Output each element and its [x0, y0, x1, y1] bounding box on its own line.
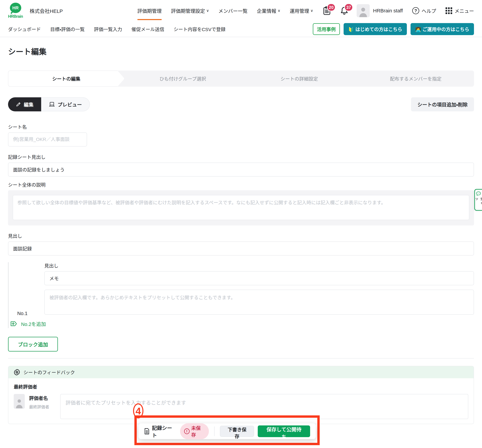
global-header: HR HRBrain 株式会社HELP 評価期管理 評価期管理設定 ∨ メンバー… [0, 0, 482, 21]
block-body-textarea[interactable] [44, 290, 474, 315]
add-no2-label: No.2を追加 [21, 320, 46, 327]
add-tag-icon [10, 320, 17, 327]
chat-tab-label: チャッ [473, 197, 482, 210]
toolbar-row: 編集 プレビュー シートの項目追加・削除 [8, 97, 474, 111]
sheet-feedback-header: シートのフィードバック [8, 366, 474, 378]
chevron-down-icon: ∨ [310, 8, 313, 13]
subnav-evaluation-list-input[interactable]: 評価一覧入力 [94, 26, 122, 32]
evaluator-avatar [14, 394, 25, 409]
description-textarea[interactable] [13, 195, 469, 220]
nav-item-evaluation-period-settings[interactable]: 評価期管理設定 ∨ [171, 0, 209, 21]
evaluator-name: 評価者名 [29, 395, 56, 401]
tasks-button[interactable]: 20 [322, 6, 331, 15]
step-wizard: シートの編集 ひも付けグループ選択 シートの詳細設定 配布するメンバーを指定 [8, 71, 474, 87]
user-name: HRBrain staff [373, 8, 403, 14]
hrbrain-logo-icon: HR [10, 3, 21, 13]
nav-item-operation-management[interactable]: 運用管理 ∨ [290, 0, 313, 21]
preview-tab-label: プレビュー [57, 101, 82, 108]
nav-item-member-list[interactable]: メンバー一覧 [218, 0, 248, 21]
pencil-icon [16, 102, 21, 107]
unsaved-status-badge: ! 未保存 [180, 423, 209, 439]
nav-label: 評価期管理設定 [171, 7, 205, 14]
nav-label: メンバー一覧 [218, 7, 248, 14]
subnav-goals-evaluations[interactable]: 目標・評価の一覧 [50, 26, 85, 32]
bottom-action-bar: 記録シート ! 未保存 下書き保存 保存して公開待ち [138, 424, 316, 439]
sub-nav: ダッシュボード 目標・評価の一覧 評価一覧入力 催促メール送信 シート内容をCS… [0, 21, 482, 37]
grid-menu-icon [446, 7, 452, 14]
step-group-select[interactable]: ひも付けグループ選択 [125, 71, 241, 87]
logo-bubble-text: HR [12, 5, 19, 10]
hrbrain-logo[interactable]: HR HRBrain [8, 3, 23, 19]
chevron-down-icon: ∨ [278, 8, 280, 13]
document-icon [144, 428, 150, 435]
nav-item-company-info[interactable]: 企業情報 ∨ [257, 0, 280, 21]
block-heading-label: 見出し [44, 262, 474, 269]
person-icon [15, 397, 24, 409]
record-heading-input[interactable] [8, 163, 474, 177]
add-no2-link[interactable]: No.2を追加 [10, 320, 46, 327]
notifications-button[interactable]: 37 [340, 6, 349, 15]
description-label: シート全体の説明 [8, 181, 474, 188]
laptop-icon [49, 102, 55, 107]
user-avatar[interactable] [357, 4, 370, 17]
question-block: No.1 見出し No.2を追加 [8, 262, 474, 327]
use-cases-button[interactable]: 活用事例 [313, 23, 340, 35]
section-divider [8, 358, 474, 359]
annotation-circle-4: 4 [133, 403, 144, 418]
final-evaluator-label: 最終評価者 [14, 383, 468, 390]
alert-icon: ! [184, 428, 190, 434]
operating-guide-button[interactable]: 👩‍💻 ご運用中の方はこちら [410, 23, 474, 35]
nav-label: 評価期管理 [137, 7, 162, 14]
heading-input[interactable] [8, 242, 474, 256]
step-detail-settings[interactable]: シートの詳細設定 [241, 71, 357, 87]
subnav-reminder-mail[interactable]: 催促メール送信 [132, 26, 164, 32]
block-heading-input[interactable] [44, 271, 474, 285]
record-heading-group: 記録シート見出し [8, 154, 474, 177]
pill-divider [214, 426, 215, 436]
chat-tab[interactable]: チャッ [474, 189, 482, 211]
company-name: 株式会社HELP [30, 7, 63, 14]
sheet-name-group: シート名 [8, 123, 474, 147]
menu-button[interactable]: メニュー [446, 7, 474, 14]
menu-label: メニュー [455, 7, 474, 14]
help-button[interactable]: ? ヘルプ [412, 7, 436, 14]
main-nav: 評価期管理 評価期管理設定 ∨ メンバー一覧 企業情報 ∨ 運用管理 ∨ [137, 0, 313, 21]
heading-group: 見出し [8, 232, 474, 256]
nav-label: 企業情報 [257, 7, 276, 14]
evaluator-meta: 評価者名 最終評価者 [29, 394, 56, 409]
save-draft-button[interactable]: 下書き保存 [220, 426, 254, 437]
step-assign-members[interactable]: 配布するメンバーを指定 [357, 71, 474, 87]
block-number: No.1 [17, 311, 27, 316]
edit-preview-toggle: 編集 プレビュー [8, 97, 90, 111]
sheet-name-label: シート名 [8, 123, 474, 130]
description-panel [8, 190, 474, 225]
preview-tab[interactable]: プレビュー [41, 97, 90, 111]
unsaved-label: 未保存 [191, 424, 205, 438]
evaluator-role: 最終評価者 [29, 404, 56, 409]
heading-label: 見出し [8, 232, 474, 239]
sheet-items-add-remove-button[interactable]: シートの項目追加・削除 [411, 97, 474, 111]
help-icon: ? [412, 7, 419, 14]
beginner-guide-button[interactable]: 🔰 はじめての方はこちら [344, 23, 407, 35]
add-block-button[interactable]: ブロック追加 [8, 337, 58, 352]
chevron-down-icon: ∨ [206, 8, 209, 13]
edit-tab[interactable]: 編集 [8, 97, 41, 111]
edit-tab-label: 編集 [24, 101, 33, 108]
subnav-csv-register[interactable]: シート内容をCSVで登録 [174, 26, 225, 32]
help-label: ヘルプ [422, 7, 436, 14]
subnav-right-buttons: 活用事例 🔰 はじめての方はこちら 👩‍💻 ご運用中の方はこちら [313, 23, 474, 35]
logo-brand-text: HRBrain [8, 14, 23, 19]
nav-item-evaluation-period[interactable]: 評価期管理 [137, 0, 162, 21]
sheet-name-input[interactable] [8, 133, 87, 147]
sheet-feedback-title: シートのフィードバック [24, 369, 75, 376]
record-heading-label: 記録シート見出し [8, 154, 474, 160]
header-icons: 20 37 [322, 6, 349, 15]
person-icon [358, 6, 368, 17]
subnav-dashboard[interactable]: ダッシュボード [8, 26, 41, 32]
step-sheet-edit[interactable]: シートの編集 [8, 71, 125, 87]
notifications-count-badge: 37 [344, 3, 353, 11]
save-and-publish-button[interactable]: 保存して公開待ち [258, 425, 310, 437]
seal-star-icon [13, 369, 20, 376]
record-sheet-label: 記録シート [152, 424, 177, 439]
description-group: シート全体の説明 [8, 181, 474, 225]
